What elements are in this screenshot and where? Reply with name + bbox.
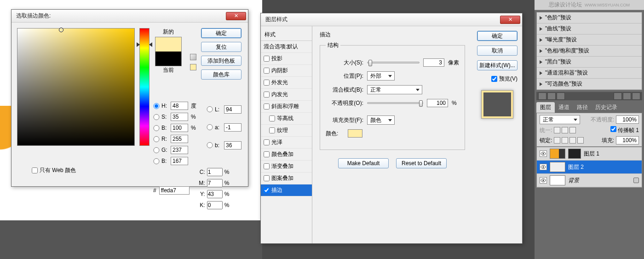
h-radio[interactable]: [153, 103, 160, 109]
preset-item[interactable]: "通道混和器"预设: [537, 68, 642, 79]
s-input[interactable]: [171, 113, 188, 121]
gamut-color-icon[interactable]: [190, 64, 196, 70]
preset-item[interactable]: "色阶"预设: [537, 12, 642, 23]
unify-icon[interactable]: [569, 127, 576, 133]
effect-drop-shadow[interactable]: 投影: [261, 53, 312, 65]
lock-position-icon[interactable]: [569, 137, 576, 144]
ok-button[interactable]: 确定: [201, 28, 242, 38]
tab-channels[interactable]: 通道: [555, 102, 573, 113]
stroke-color-swatch[interactable]: [348, 129, 362, 138]
y-input[interactable]: [207, 190, 223, 198]
lock-pixels-icon[interactable]: [562, 137, 568, 144]
effect-contour[interactable]: 等高线: [261, 113, 312, 125]
lb-radio[interactable]: [207, 142, 213, 148]
a-input[interactable]: [224, 123, 242, 132]
preset-item[interactable]: "色相/饱和度"预设: [537, 46, 642, 57]
r-radio[interactable]: [153, 136, 160, 142]
color-libraries-button[interactable]: 颜色库: [201, 69, 242, 80]
effect-texture[interactable]: 纹理: [261, 125, 312, 137]
s-radio[interactable]: [153, 114, 160, 120]
effect-bevel[interactable]: 斜面和浮雕: [261, 101, 312, 113]
hue-strip[interactable]: [139, 28, 150, 146]
styles-header[interactable]: 样式: [261, 29, 312, 41]
preview-checkbox[interactable]: 预览(V): [477, 75, 518, 83]
effect-inner-glow[interactable]: 内发光: [261, 89, 312, 101]
tool-icon[interactable]: [632, 92, 640, 100]
unify-icon[interactable]: [562, 127, 568, 133]
tool-icon[interactable]: [614, 92, 622, 100]
g-input[interactable]: [171, 146, 188, 154]
propagate-checkbox[interactable]: 传播帧 1: [610, 126, 639, 134]
layer-fill-input[interactable]: [616, 136, 639, 144]
slider-thumb[interactable]: [419, 100, 423, 107]
close-icon[interactable]: ✕: [500, 16, 520, 24]
position-combo[interactable]: 外部: [367, 71, 395, 81]
a-radio[interactable]: [207, 124, 213, 130]
tab-paths[interactable]: 路径: [573, 102, 592, 113]
visibility-icon[interactable]: [540, 177, 547, 184]
layer-opacity-input[interactable]: [616, 115, 639, 124]
tab-history[interactable]: 历史记录: [592, 102, 621, 113]
effect-satin[interactable]: 光泽: [261, 137, 312, 149]
make-default-button[interactable]: Make Default: [338, 158, 389, 168]
layer-style-titlebar[interactable]: 图层样式 ✕: [261, 13, 522, 26]
ls-ok-button[interactable]: 确定: [477, 31, 518, 41]
effect-color-overlay[interactable]: 颜色叠加: [261, 149, 312, 161]
visibility-icon[interactable]: [540, 164, 547, 170]
layer-thumbnail[interactable]: [550, 149, 565, 159]
g-radio[interactable]: [153, 147, 160, 153]
lb-input[interactable]: [224, 141, 242, 150]
bb-input[interactable]: [171, 157, 188, 165]
layer-mask-thumbnail[interactable]: [568, 149, 581, 159]
reset-default-button[interactable]: Reset to Default: [396, 158, 447, 168]
b-radio[interactable]: [153, 125, 160, 131]
effect-stroke[interactable]: 描边: [261, 184, 312, 196]
blend-options-row[interactable]: 混合选项:默认: [261, 41, 312, 53]
c-input[interactable]: [207, 168, 223, 176]
effect-outer-glow[interactable]: 外发光: [261, 77, 312, 89]
layer-row[interactable]: 背景: [537, 174, 642, 187]
preset-item[interactable]: "曝光度"预设: [537, 35, 642, 46]
unify-icon[interactable]: [554, 127, 560, 133]
hex-input[interactable]: [159, 186, 190, 195]
color-picker-titlebar[interactable]: 选取描边颜色: ✕: [12, 10, 248, 23]
ls-newstyle-button[interactable]: 新建样式(W)...: [477, 60, 518, 70]
preset-item[interactable]: "黑白"预设: [537, 57, 642, 68]
tool-icon[interactable]: [623, 92, 631, 100]
add-swatch-button[interactable]: 添加到色板: [201, 56, 242, 66]
h-input[interactable]: [171, 102, 188, 110]
layer-row[interactable]: 图层 2: [537, 161, 642, 174]
lock-transparency-icon[interactable]: [554, 137, 560, 144]
color-swatch[interactable]: [155, 37, 182, 66]
filltype-combo[interactable]: 颜色: [367, 115, 395, 125]
tool-icon[interactable]: [557, 92, 565, 100]
tool-icon[interactable]: [547, 92, 556, 100]
k-input[interactable]: [207, 201, 223, 209]
layer-thumbnail[interactable]: [550, 162, 565, 172]
preset-item[interactable]: "曲线"预设: [537, 23, 642, 35]
effect-pattern-overlay[interactable]: 图案叠加: [261, 173, 312, 184]
reset-button[interactable]: 复位: [201, 42, 242, 52]
b-input[interactable]: [171, 124, 188, 132]
slider-thumb[interactable]: [368, 60, 372, 66]
opacity-slider[interactable]: [367, 102, 423, 104]
size-input[interactable]: [423, 58, 444, 67]
web-only-checkbox[interactable]: 只有 Web 颜色: [32, 167, 76, 174]
close-icon[interactable]: ✕: [226, 12, 246, 20]
l-radio[interactable]: [207, 106, 213, 112]
m-input[interactable]: [207, 179, 223, 187]
ls-cancel-button[interactable]: 取消: [477, 46, 518, 56]
blend-mode-combo[interactable]: 正常: [540, 115, 580, 124]
opacity-input[interactable]: [427, 99, 448, 107]
visibility-icon[interactable]: [540, 150, 547, 157]
l-input[interactable]: [224, 105, 242, 114]
saturation-value-field[interactable]: [17, 28, 135, 146]
sv-picker-ring[interactable]: [59, 28, 63, 32]
bb-radio[interactable]: [153, 158, 160, 164]
tool-icon[interactable]: [538, 92, 546, 100]
gamut-warning-icon[interactable]: [190, 54, 196, 60]
preset-item[interactable]: "可选颜色"预设: [537, 79, 642, 90]
layer-row[interactable]: 图层 1: [537, 147, 642, 161]
size-slider[interactable]: [367, 62, 420, 63]
effect-gradient-overlay[interactable]: 渐变叠加: [261, 161, 312, 173]
